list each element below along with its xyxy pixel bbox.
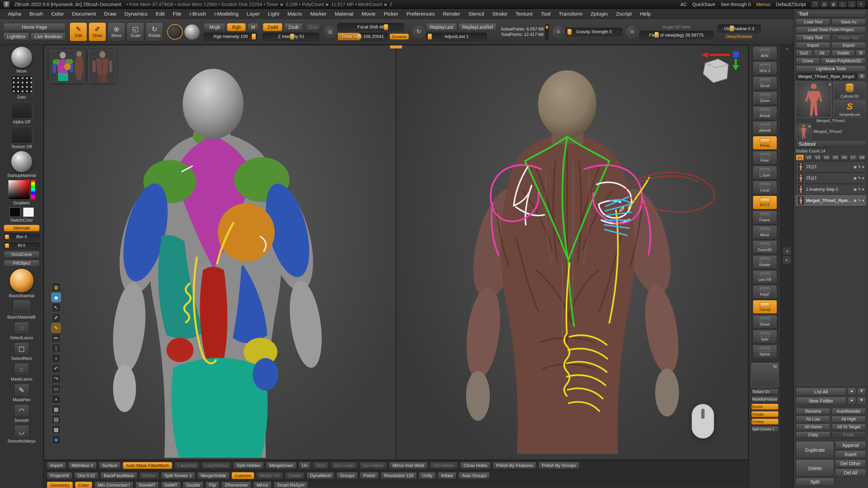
sphere-icon[interactable]: ● bbox=[862, 198, 864, 203]
tray-alternate[interactable]: Alternate bbox=[0, 225, 43, 231]
menu-draw[interactable]: Draw bbox=[100, 10, 120, 18]
rail-actual[interactable]: Actual bbox=[753, 106, 777, 120]
button-inflate[interactable]: Inflate bbox=[438, 472, 456, 479]
button-lightbox-tools[interactable]: Lightbox►Tools bbox=[796, 65, 866, 72]
menu-i-modeling[interactable]: i-Modeling bbox=[211, 10, 242, 18]
tray-dots[interactable]: Dots bbox=[0, 76, 43, 100]
rail-polyf[interactable]: PolyF bbox=[753, 285, 777, 299]
menu-alpha[interactable]: Alpha bbox=[4, 10, 25, 18]
button-delete[interactable]: Delete bbox=[796, 460, 834, 477]
z-intensity-slider[interactable]: Z Intensity 51 bbox=[263, 33, 319, 41]
eye-icon[interactable]: ◉ bbox=[854, 176, 857, 180]
tray-switchcolor[interactable]: SwitchColor bbox=[0, 207, 43, 223]
menu-zscript[interactable]: Zscript bbox=[612, 10, 636, 18]
menu-preferences[interactable]: Preferences bbox=[403, 10, 439, 18]
shelf-vertical-slider[interactable] bbox=[545, 24, 549, 40]
subtool-header[interactable]: Subtool bbox=[796, 140, 866, 148]
rail-l-sym[interactable]: L.Sym bbox=[753, 166, 777, 180]
pen-off-icon[interactable]: ✐ bbox=[52, 313, 61, 322]
home-page-button[interactable]: Home Page bbox=[3, 23, 65, 31]
switch-color[interactable] bbox=[9, 207, 34, 217]
menu-material[interactable]: Material bbox=[331, 10, 357, 18]
document-canvas[interactable]: ✎ bbox=[43, 45, 749, 460]
sv-square[interactable] bbox=[8, 180, 30, 200]
grid-icon[interactable]: ▦ bbox=[830, 1, 837, 7]
menu-marker[interactable]: Marker bbox=[307, 10, 330, 18]
button-mergevisible[interactable]: MergeVisible bbox=[197, 472, 230, 479]
focal-shift-slider[interactable]: Focal Shift 48 bbox=[337, 23, 404, 31]
tool-slot-simplebrush[interactable]: S SimpleBrush bbox=[833, 100, 866, 118]
eye-icon[interactable]: ◉ bbox=[854, 187, 857, 191]
button-double[interactable]: Double bbox=[183, 482, 203, 488]
button-make-polymesh3d[interactable]: Make PolyMesh3D bbox=[821, 58, 866, 64]
sphere-icon[interactable]: ● bbox=[862, 187, 864, 191]
button-colorize[interactable]: Colorize bbox=[232, 472, 255, 479]
rail-ghost[interactable]: Ghost bbox=[753, 315, 777, 329]
rgb-button[interactable]: Rgb bbox=[227, 23, 246, 31]
menu-document[interactable]: Document bbox=[68, 10, 100, 18]
canvas-pane-left[interactable] bbox=[44, 45, 396, 460]
m-button[interactable]: M bbox=[247, 23, 259, 31]
menu-file[interactable]: File bbox=[169, 10, 185, 18]
menu-stencil[interactable]: Stencil bbox=[465, 10, 488, 18]
subtool-item-merged-tpose1-ryan-kingslie[interactable]: Merged_TPose1_Ryan_Kingslie◉✎● bbox=[796, 195, 866, 206]
see-through-slider[interactable]: See-through 0 bbox=[721, 2, 751, 7]
tray-masklasso[interactable]: ◌MaskLasso bbox=[0, 363, 43, 382]
button-delete[interactable]: Delete bbox=[285, 472, 305, 479]
rail-pxyz[interactable]: PXYZ bbox=[753, 196, 777, 209]
button-lazystep[interactable]: LazyStep bbox=[174, 462, 199, 469]
main-color-swatch[interactable] bbox=[9, 207, 20, 217]
color-picker[interactable] bbox=[8, 180, 35, 200]
button-del-lower[interactable]: Del Lower bbox=[331, 462, 358, 469]
current-tool-r-button[interactable]: R bbox=[858, 73, 866, 80]
mask-by-feature-button[interactable]: MaskByFeature bbox=[751, 396, 778, 402]
button-split-screen-1[interactable]: Split Screen 1 bbox=[161, 472, 195, 479]
canvas-pane-right[interactable]: ✎ bbox=[396, 45, 748, 460]
button-split-hidden[interactable]: Split Hidden bbox=[233, 462, 264, 469]
button-r[interactable]: R bbox=[856, 50, 866, 57]
paint-icon[interactable]: ✎ bbox=[858, 165, 861, 169]
tray-smooth[interactable]: ◠Smooth bbox=[0, 404, 43, 423]
menu-help[interactable]: Help bbox=[636, 10, 654, 18]
button-append[interactable]: Append bbox=[835, 441, 866, 449]
subtool-tab-v1[interactable]: V1 bbox=[796, 155, 804, 161]
border-button[interactable]: Border bbox=[751, 404, 778, 410]
menu-render[interactable]: Render bbox=[439, 10, 464, 18]
cursor-icon[interactable]: ↖ bbox=[52, 303, 61, 312]
button-midvalue-0[interactable]: MidValue 0 bbox=[68, 462, 97, 469]
dynamic-button[interactable]: Dynamic bbox=[390, 34, 409, 40]
button-load-tool[interactable]: Load Tool bbox=[796, 19, 830, 25]
button-import[interactable]: Import bbox=[47, 462, 66, 469]
scale-button[interactable]: ◱ Scale bbox=[126, 22, 144, 41]
button-polish-by-features[interactable]: Polish By Features bbox=[493, 462, 536, 469]
zsub-button[interactable]: Zsub bbox=[284, 23, 303, 31]
button-goz[interactable]: GoZ bbox=[796, 50, 813, 57]
button-autoreorder[interactable]: AutoReorder bbox=[831, 408, 866, 415]
button-projectall[interactable]: ProjectAll bbox=[47, 472, 72, 479]
adjustlast-slider[interactable]: AdjustLast 1 bbox=[426, 33, 487, 41]
paint-icon[interactable]: ✎ bbox=[858, 198, 861, 203]
button-all-to-target[interactable]: All To Target bbox=[831, 424, 866, 430]
lightbulb-icon[interactable]: ◍ bbox=[52, 283, 61, 292]
button-fillobject[interactable]: FillObject bbox=[4, 260, 40, 267]
replaylast-button[interactable]: ReplayLast bbox=[426, 23, 457, 31]
button-geometry[interactable]: Geometry bbox=[47, 482, 73, 488]
menu-texture[interactable]: Texture bbox=[512, 10, 536, 18]
objshadow-slider[interactable]: ObjShadow 0.3 bbox=[717, 24, 761, 33]
tray-texture-off[interactable]: Texture Off bbox=[0, 126, 43, 149]
menu-movie[interactable]: Movie bbox=[358, 10, 379, 18]
canvas-grip[interactable] bbox=[390, 45, 402, 48]
active-tool-thumbnail[interactable]: 4 bbox=[796, 82, 832, 118]
paint-icon[interactable]: ✎ bbox=[858, 187, 861, 191]
button-resolution-128[interactable]: Resolution 128 bbox=[381, 472, 417, 479]
button-rename[interactable]: Rename bbox=[796, 408, 830, 415]
texture-thumbnail[interactable]: Te bbox=[751, 363, 778, 387]
tool-palette-header[interactable]: Tool bbox=[796, 10, 866, 18]
menu-stroke[interactable]: Stroke bbox=[489, 10, 511, 18]
crease-button[interactable]: Crease bbox=[751, 419, 778, 425]
slider-handle[interactable] bbox=[5, 243, 9, 248]
button-paste-tool[interactable]: Paste Tool bbox=[831, 34, 866, 41]
default-zscript-button[interactable]: DefaultZScript bbox=[776, 2, 806, 7]
dock-divider[interactable]: « ◄ ► bbox=[781, 45, 793, 488]
button-del-hidden[interactable]: Del Hidden bbox=[430, 462, 458, 469]
